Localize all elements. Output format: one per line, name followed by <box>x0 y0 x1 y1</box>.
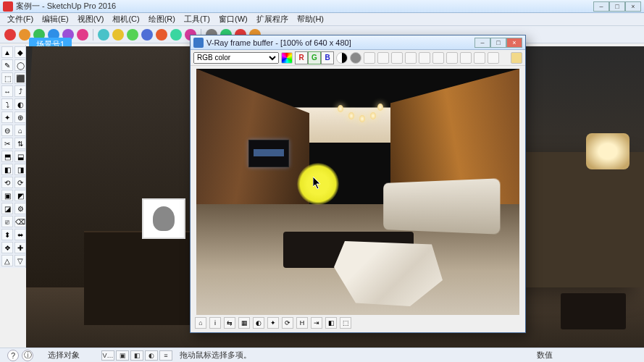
vfb-color-corr-icon[interactable] <box>488 52 499 64</box>
tool-button-33[interactable]: ▽ <box>14 255 26 266</box>
menu-tools[interactable]: 工具(T) <box>180 14 214 25</box>
render-sofa <box>383 178 500 235</box>
vfb-color-picker-icon[interactable] <box>281 52 293 64</box>
menu-window[interactable]: 窗口(W) <box>214 14 252 25</box>
menu-help[interactable]: 帮助(H) <box>293 14 328 25</box>
vfb-alpha-icon[interactable] <box>336 52 348 64</box>
tool-button-10[interactable]: ✦ <box>1 111 13 123</box>
vfb-bottom-btn-10[interactable]: ⬚ <box>340 317 351 329</box>
menu-draw[interactable]: 绘图(R) <box>144 14 180 25</box>
vfb-link-icon[interactable] <box>460 52 472 64</box>
tool-button-28[interactable]: ⬍ <box>1 229 13 240</box>
minimize-button[interactable]: – <box>593 1 609 12</box>
tool-button-23[interactable]: ◩ <box>14 190 26 201</box>
toolbar-button-11[interactable] <box>170 29 182 41</box>
vfb-bottom-btn-7[interactable]: H <box>296 317 308 329</box>
help-icon[interactable]: ? <box>7 350 19 361</box>
vfb-bottom-btn-5[interactable]: ✦ <box>267 317 279 329</box>
tray-v-button[interactable]: V… <box>101 350 114 361</box>
tool-button-6[interactable]: ↔ <box>1 85 13 97</box>
tool-button-24[interactable]: ◪ <box>1 203 13 214</box>
tool-button-5[interactable]: ⬛ <box>14 72 26 84</box>
vfb-close-button[interactable]: × <box>506 38 522 48</box>
menu-view[interactable]: 视图(V) <box>73 14 109 25</box>
vfb-bottom-btn-2[interactable]: ⇆ <box>224 317 235 329</box>
vfb-save-icon[interactable] <box>364 52 375 64</box>
tool-button-7[interactable]: ⤴ <box>14 85 26 97</box>
tool-button-32[interactable]: △ <box>1 255 13 266</box>
tool-button-18[interactable]: ◧ <box>1 164 13 175</box>
menu-edit[interactable]: 编辑(E) <box>38 14 73 25</box>
tool-button-12[interactable]: ⊖ <box>1 125 13 136</box>
tool-button-26[interactable]: ⎚ <box>1 216 13 227</box>
menu-camera[interactable]: 相机(C) <box>108 14 143 25</box>
tool-button-2[interactable]: ✎ <box>1 59 13 71</box>
vfb-maximize-button[interactable]: □ <box>490 38 506 48</box>
vfb-bottom-btn-1[interactable]: i <box>209 317 221 329</box>
vfb-bottom-btn-9[interactable]: ◧ <box>325 317 337 329</box>
vfb-bottom-btn-0[interactable]: ⌂ <box>195 317 206 329</box>
tool-button-1[interactable]: ◆ <box>14 46 26 58</box>
status-hint: 拖动鼠标选择多项。 <box>180 350 251 361</box>
vfb-titlebar[interactable]: V-Ray frame buffer - [100% of 640 x 480]… <box>191 35 525 50</box>
toolbar-button-7[interactable] <box>112 29 124 41</box>
vray-frame-buffer-window[interactable]: V-Ray frame buffer - [100% of 640 x 480]… <box>190 35 526 333</box>
toolbar-button-8[interactable] <box>127 29 138 41</box>
tool-button-0[interactable]: ▲ <box>1 46 13 58</box>
vfb-channel-r[interactable]: R <box>295 51 308 64</box>
menu-file[interactable]: 文件(F) <box>3 14 38 25</box>
tool-button-11[interactable]: ⊕ <box>14 111 26 123</box>
vfb-load-icon[interactable] <box>377 52 389 64</box>
tray-btn-3[interactable]: ◐ <box>145 350 158 361</box>
vfb-mono-icon[interactable] <box>350 52 361 64</box>
tray-btn-2[interactable]: ◧ <box>130 350 143 361</box>
vfb-bottom-btn-3[interactable]: ▦ <box>238 317 250 329</box>
tool-button-9[interactable]: ◐ <box>14 98 26 110</box>
toolbar-button-9[interactable] <box>141 29 153 41</box>
vfb-clear-icon[interactable] <box>391 52 403 64</box>
toolbar-button-6[interactable] <box>98 29 109 41</box>
tray-btn-4[interactable]: ≡ <box>159 350 172 361</box>
vfb-minimize-button[interactable]: – <box>474 38 490 48</box>
toolbar-button-0[interactable] <box>4 29 16 41</box>
tool-button-30[interactable]: ❖ <box>1 242 13 253</box>
tool-button-25[interactable]: ⚙ <box>14 203 26 214</box>
tool-button-8[interactable]: ⤵ <box>1 98 13 110</box>
toolbar-button-5[interactable] <box>77 29 88 41</box>
vfb-bottom-btn-6[interactable]: ⟳ <box>282 317 293 329</box>
tool-button-19[interactable]: ◨ <box>14 164 26 175</box>
vfb-bottom-btn-8[interactable]: ⇥ <box>311 317 322 329</box>
info-icon[interactable]: ⓘ <box>22 350 33 361</box>
vfb-channel-select[interactable]: RGB color <box>193 52 279 64</box>
vfb-region-icon[interactable] <box>432 52 444 64</box>
left-toolbox: ▲◆✎◯⬚⬛↔⤴⤵◐✦⊕⊖⌂✂⇅⬒⬓◧◨⟲⟳▣◩◪⚙⎚⌫⬍⬌❖✚△▽ <box>0 45 26 268</box>
tool-button-27[interactable]: ⌫ <box>14 216 26 227</box>
tool-button-21[interactable]: ⟳ <box>14 177 26 188</box>
toolbar-button-10[interactable] <box>156 29 167 41</box>
tray-btn-1[interactable]: ▣ <box>116 350 129 361</box>
tool-button-15[interactable]: ⇅ <box>14 138 26 149</box>
vfb-track-icon[interactable] <box>419 52 430 64</box>
tool-button-3[interactable]: ◯ <box>14 59 26 71</box>
vfb-render-view[interactable] <box>196 69 519 315</box>
tool-button-13[interactable]: ⌂ <box>14 125 26 136</box>
menu-extensions[interactable]: 扩展程序 <box>252 14 293 25</box>
vfb-stop-icon[interactable] <box>446 52 458 64</box>
vfb-history-icon[interactable] <box>511 52 522 64</box>
tool-button-22[interactable]: ▣ <box>1 190 13 201</box>
tool-button-29[interactable]: ⬌ <box>14 229 26 240</box>
vfb-pixel-icon[interactable] <box>474 52 485 64</box>
maximize-button[interactable]: □ <box>609 1 625 12</box>
vfb-clone-icon[interactable] <box>405 52 417 64</box>
tool-button-14[interactable]: ✂ <box>1 138 13 149</box>
tool-button-17[interactable]: ⬓ <box>14 151 26 162</box>
vfb-channel-g[interactable]: G <box>308 51 321 64</box>
vfb-channel-b[interactable]: B <box>321 51 334 64</box>
tool-button-20[interactable]: ⟲ <box>1 177 13 188</box>
tool-button-16[interactable]: ⬒ <box>1 151 13 162</box>
tool-button-4[interactable]: ⬚ <box>1 72 13 84</box>
vfb-bottom-btn-4[interactable]: ◐ <box>253 317 264 329</box>
menu-bar: 文件(F) 编辑(E) 视图(V) 相机(C) 绘图(R) 工具(T) 窗口(W… <box>0 13 644 26</box>
tool-button-31[interactable]: ✚ <box>14 242 26 253</box>
close-button[interactable]: × <box>625 1 641 12</box>
